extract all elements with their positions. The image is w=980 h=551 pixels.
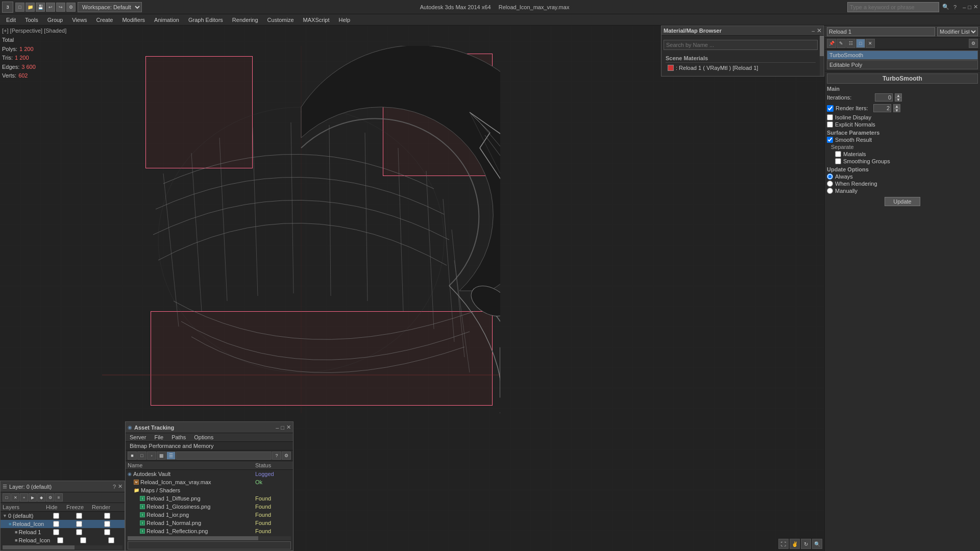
- at-restore-btn[interactable]: □: [281, 424, 284, 431]
- layer-row-1[interactable]: ■ Reload_Icon: [1, 520, 125, 528]
- at-row-reflection[interactable]: I Reload 1_Reflection.png Found: [126, 527, 293, 535]
- at-scrollbar-h[interactable]: [128, 536, 291, 540]
- layer-hide-0[interactable]: [53, 513, 59, 519]
- at-close-btn[interactable]: ✕: [286, 424, 291, 431]
- menu-customize[interactable]: Customize: [263, 16, 298, 24]
- at-row-glossiness[interactable]: I Reload 1_Glossiness.png Found: [126, 503, 293, 511]
- at-row-vault[interactable]: ◉ Autodesk Vault Logged: [126, 470, 293, 478]
- viewport[interactable]: [+] [Perspective] [Shaded] Total Polys: …: [0, 26, 824, 551]
- iterations-up[interactable]: ▲: [895, 93, 902, 97]
- at-row-maxfile[interactable]: M Reload_Icon_max_vray.max Ok: [126, 478, 293, 486]
- layer-row-0[interactable]: ▼ 0 (default): [1, 512, 125, 520]
- render-iters-spinner[interactable]: ▲ ▼: [893, 104, 900, 112]
- open-icon[interactable]: 📁: [26, 3, 35, 12]
- layer-highlight-icon[interactable]: ◆: [37, 493, 45, 502]
- layer-freeze-2[interactable]: [76, 529, 82, 535]
- render-iters-input[interactable]: [873, 104, 891, 112]
- at-bottom-input[interactable]: [128, 541, 291, 549]
- redo-icon[interactable]: ↪: [56, 3, 65, 12]
- update-button[interactable]: Update: [885, 197, 920, 206]
- menu-create[interactable]: Create: [92, 16, 117, 24]
- render-iters-down[interactable]: ▼: [893, 108, 900, 112]
- search-input[interactable]: [847, 2, 939, 12]
- menu-views[interactable]: Views: [68, 16, 91, 24]
- layer-merge-icon[interactable]: ≡: [55, 493, 63, 502]
- render-iters-checkbox[interactable]: [827, 105, 834, 112]
- layer-panel-question[interactable]: ?: [113, 484, 116, 490]
- layer-select-icon[interactable]: ▶: [29, 493, 37, 502]
- layer-row-2[interactable]: ■ Reload 1: [1, 528, 125, 536]
- configure-modifier-sets-icon[interactable]: ⚙: [969, 39, 978, 48]
- at-menu-paths[interactable]: Paths: [167, 433, 190, 441]
- layer-render-2[interactable]: [104, 529, 110, 535]
- iterations-input[interactable]: [875, 93, 893, 102]
- at-row-diffuse[interactable]: I Reload 1_Diffuse.png Found: [126, 494, 293, 503]
- at-menu-file[interactable]: File: [150, 433, 167, 441]
- at-tb-1[interactable]: ■: [128, 452, 137, 460]
- menu-modifiers[interactable]: Modifiers: [118, 16, 149, 24]
- menu-animation[interactable]: Animation: [150, 16, 183, 24]
- search-icon[interactable]: 🔍: [942, 4, 949, 10]
- object-name-input[interactable]: [827, 27, 935, 36]
- layer-render-1[interactable]: [104, 521, 110, 527]
- when-rendering-radio[interactable]: [827, 181, 833, 187]
- undo-icon[interactable]: ↩: [46, 3, 55, 12]
- show-result-icon[interactable]: □: [856, 39, 865, 48]
- layer-panel-close[interactable]: ✕: [118, 483, 122, 490]
- at-tb-search[interactable]: ?: [272, 452, 281, 460]
- at-menu-server[interactable]: Server: [126, 433, 150, 441]
- close-btn[interactable]: ✕: [973, 4, 978, 10]
- explicit-normals-checkbox[interactable]: [827, 121, 833, 128]
- at-tb-5 active[interactable]: ☰: [166, 452, 176, 460]
- save-icon[interactable]: 💾: [36, 3, 45, 12]
- modifier-stack-icon[interactable]: ☷: [846, 39, 855, 48]
- orbit-icon[interactable]: ↻: [801, 539, 811, 549]
- at-tb-4[interactable]: ▩: [157, 452, 166, 460]
- layer-hide-3[interactable]: [57, 537, 63, 543]
- always-radio[interactable]: [827, 173, 833, 180]
- layer-hide-1[interactable]: [53, 521, 59, 527]
- layer-render-0[interactable]: [104, 513, 110, 519]
- material-browser-scrollbar[interactable]: [820, 36, 824, 76]
- layer-add-object-icon[interactable]: +: [20, 493, 28, 502]
- at-tb-3[interactable]: ▫: [147, 452, 156, 460]
- minimize-btn[interactable]: –: [963, 4, 966, 10]
- isoline-checkbox[interactable]: [827, 114, 833, 120]
- menu-tools[interactable]: Tools: [21, 16, 42, 24]
- mb-close-icon[interactable]: ✕: [817, 27, 822, 34]
- workspace-selector[interactable]: Workspace: Default: [78, 2, 142, 12]
- material-item-0[interactable]: : Reload 1 ( VRayMtl ) [Reload 1]: [666, 64, 816, 72]
- layer-hide-2[interactable]: [53, 529, 59, 535]
- render-iters-up[interactable]: ▲: [893, 104, 900, 108]
- layer-row-3[interactable]: ■ Reload_Icon: [1, 536, 125, 544]
- at-row-ior[interactable]: I Reload 1_ior.png Found: [126, 511, 293, 519]
- layer-settings-icon[interactable]: ⚙: [46, 493, 54, 502]
- material-browser-search[interactable]: [664, 40, 818, 50]
- at-tb-2[interactable]: □: [137, 452, 146, 460]
- layer-freeze-1[interactable]: [76, 521, 82, 527]
- pin-icon[interactable]: 📌: [827, 39, 836, 48]
- zoom-extents-icon[interactable]: ⛶: [778, 539, 789, 549]
- menu-graph-editors[interactable]: Graph Editors: [184, 16, 227, 24]
- menu-maxscript[interactable]: MAXScript: [299, 16, 334, 24]
- at-tb-config[interactable]: ⚙: [282, 452, 291, 460]
- mb-minimize-icon[interactable]: –: [812, 28, 815, 34]
- menu-help[interactable]: Help: [335, 16, 355, 24]
- edit-icon[interactable]: ✎: [837, 39, 846, 48]
- iterations-down[interactable]: ▼: [895, 97, 902, 102]
- layer-freeze-3[interactable]: [80, 537, 86, 543]
- manually-radio[interactable]: [827, 188, 833, 194]
- at-menu-options[interactable]: Options: [190, 433, 217, 441]
- at-minimize-btn[interactable]: –: [276, 424, 279, 431]
- editable-poly-modifier[interactable]: Editable Poly: [827, 60, 978, 69]
- modifier-list-dropdown[interactable]: Modifier List: [937, 27, 978, 36]
- layer-scrollbar-h[interactable]: [3, 545, 122, 549]
- turbosmooth-modifier[interactable]: TurboSmooth: [827, 51, 978, 60]
- zoom-icon[interactable]: 🔍: [812, 539, 822, 549]
- smoothing-groups-checkbox[interactable]: [835, 158, 841, 164]
- at-row-maps[interactable]: 📁 Maps / Shaders: [126, 486, 293, 494]
- materials-checkbox[interactable]: [835, 151, 841, 157]
- help-icon[interactable]: ?: [953, 4, 957, 10]
- layer-new-icon[interactable]: □: [3, 493, 11, 502]
- at-row-normal[interactable]: I Reload 1_Normal.png Found: [126, 519, 293, 527]
